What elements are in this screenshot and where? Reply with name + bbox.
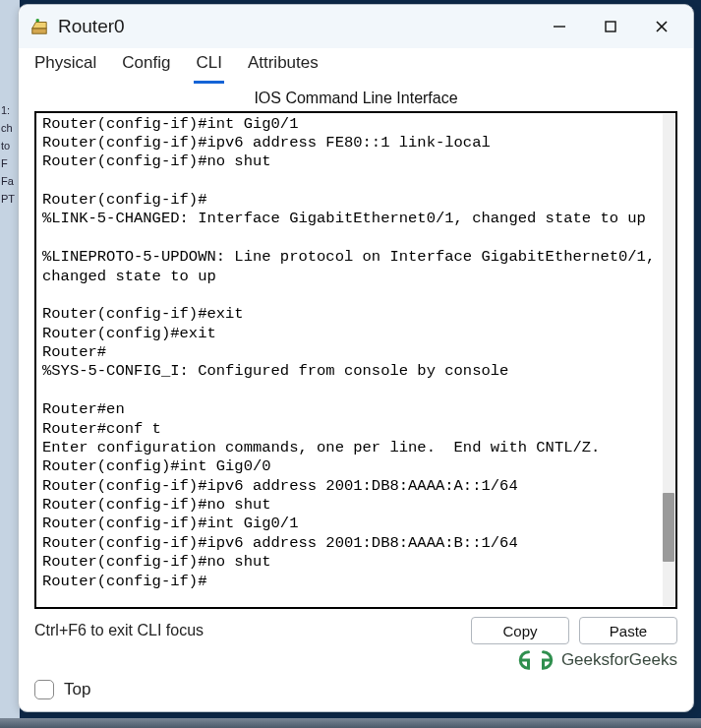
background-bottom-bar bbox=[0, 718, 701, 728]
paste-button[interactable]: Paste bbox=[579, 617, 677, 644]
terminal-container: Router(config-if)#int Gig0/1 Router(conf… bbox=[34, 111, 677, 609]
panel-subtitle: IOS Command Line Interface bbox=[19, 84, 693, 111]
window-footer: Top bbox=[19, 672, 693, 711]
tab-attributes[interactable]: Attributes bbox=[246, 47, 321, 84]
minimize-button[interactable] bbox=[534, 7, 585, 46]
brand-logo: GeeksforGeeks bbox=[518, 648, 677, 672]
svg-marker-1 bbox=[32, 22, 46, 28]
geeksforgeeks-icon bbox=[518, 648, 554, 672]
window-title: Router0 bbox=[58, 16, 534, 37]
tab-config[interactable]: Config bbox=[120, 47, 172, 84]
brand-row: GeeksforGeeks bbox=[19, 644, 693, 672]
svg-rect-4 bbox=[606, 22, 615, 31]
maximize-button[interactable] bbox=[585, 7, 636, 46]
titlebar: Router0 bbox=[19, 5, 693, 48]
app-icon bbox=[30, 18, 48, 35]
tab-physical[interactable]: Physical bbox=[32, 47, 98, 84]
scrollbar-track[interactable] bbox=[663, 114, 674, 606]
terminal-footer-row: Ctrl+F6 to exit CLI focus Copy Paste bbox=[19, 609, 693, 644]
top-checkbox-label: Top bbox=[64, 680, 90, 699]
router-window: Router0 Physical Config CLI Attributes I… bbox=[18, 4, 694, 712]
svg-rect-0 bbox=[32, 29, 46, 33]
cli-terminal[interactable]: Router(config-if)#int Gig0/1 Router(conf… bbox=[36, 113, 675, 607]
top-checkbox[interactable] bbox=[34, 680, 54, 699]
cli-hint: Ctrl+F6 to exit CLI focus bbox=[34, 622, 461, 639]
background-left-strip: 1:chtoFFaPT bbox=[0, 0, 20, 728]
tab-bar: Physical Config CLI Attributes bbox=[19, 48, 693, 84]
svg-point-2 bbox=[35, 19, 39, 23]
tab-cli[interactable]: CLI bbox=[194, 47, 223, 84]
brand-text: GeeksforGeeks bbox=[561, 650, 677, 670]
copy-button[interactable]: Copy bbox=[471, 617, 569, 644]
close-button[interactable] bbox=[636, 7, 687, 46]
scrollbar-thumb[interactable] bbox=[663, 493, 674, 562]
